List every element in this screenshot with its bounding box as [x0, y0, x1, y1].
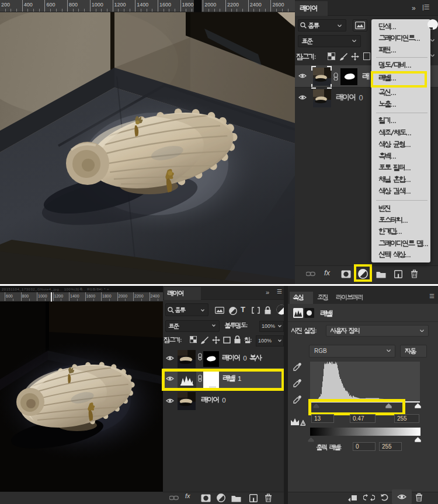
svg-text:0: 0 [243, 355, 246, 362]
svg-text:0: 0 [359, 94, 363, 102]
svg-text:0: 0 [222, 397, 225, 404]
